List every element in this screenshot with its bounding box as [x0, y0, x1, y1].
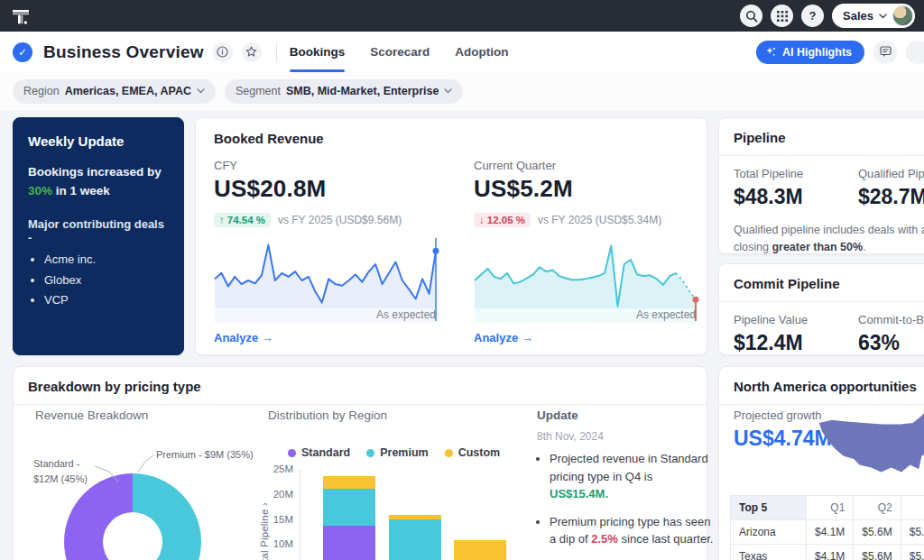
header-q2[interactable]: Q2 [854, 496, 901, 520]
kpi-current-quarter: Current Quarter US$5.2M ↓12.05 % vs FY 2… [474, 151, 699, 345]
bar-segment-standard[interactable] [323, 526, 375, 560]
weekly-update-title: Weekly Update [28, 133, 169, 149]
star-icon[interactable] [242, 42, 262, 62]
account-label: Sales [843, 9, 873, 23]
table-row: Texas $4.1M $5.6M $5.6M [731, 545, 924, 560]
bar-segment-custom[interactable] [323, 476, 375, 488]
thoughtspot-logo-icon[interactable] [9, 5, 32, 28]
bar-segment-premium[interactable] [323, 489, 375, 526]
filter-segment-value: SMB, Mid-Market, Enterprise [286, 85, 439, 97]
legend-dot-premium [366, 449, 374, 457]
divider [276, 42, 277, 62]
weekly-update-headline: Bookings increased by 30% in 1 week [28, 163, 169, 201]
top5-table: Top 5 Q1 Q2 Q3 Arizona $4.1M $5.6M $5.6M… [730, 495, 924, 560]
filter-segment-name: Segment [236, 85, 281, 97]
pricing-breakdown-card: Breakdown by pricing type Revenue Breakd… [13, 366, 707, 560]
ai-highlights-label: AI Highlights [782, 46, 852, 59]
chevron-down-icon [197, 88, 205, 94]
donut-label-standard: Standard - $12M (45%) [33, 456, 88, 486]
table-header-row: Top 5 Q1 Q2 Q3 [731, 496, 924, 520]
chevron-down-icon [879, 14, 887, 19]
help-icon[interactable]: ? [801, 5, 824, 27]
page-title: Business Overview [43, 42, 204, 62]
commit-pipeline-title: Commit Pipeline [734, 276, 840, 291]
header-q3[interactable]: Q3 [901, 496, 924, 520]
highlight-red: 2.5% [591, 532, 618, 546]
apps-grid-icon[interactable] [771, 5, 793, 27]
quarter-sparkline-chart[interactable]: As expected [474, 236, 699, 323]
update-bullets: Projected revenue in Standard pricing ty… [537, 450, 714, 560]
stacked-bar[interactable] [323, 476, 375, 560]
highlight-green: US$15.4M. [550, 487, 608, 500]
kpi-label: Current Quarter [474, 159, 699, 172]
us-map[interactable] [815, 401, 924, 495]
tab-bookings[interactable]: Bookings [290, 32, 346, 72]
stacked-bar[interactable] [454, 540, 506, 560]
pipeline-title: Pipeline [734, 130, 786, 145]
revenue-donut-chart[interactable] [64, 473, 201, 560]
bar-segment-custom[interactable] [389, 515, 441, 519]
kpi-label: CFY [214, 159, 439, 172]
qualified-pipeline-metric: Qualified Pipeline $28.7M [858, 167, 924, 209]
legend-dot-standard [288, 449, 296, 457]
pipeline-value-metric: Pipeline Value $12.4M [734, 313, 858, 355]
ytick-20m: 20M [264, 489, 293, 500]
info-icon[interactable] [213, 42, 233, 62]
bar-segment-custom[interactable] [454, 540, 506, 560]
sparkle-icon [765, 46, 777, 58]
tab-scorecard[interactable]: Scorecard [370, 32, 430, 72]
north-america-card: North America opportunities Projected gr… [718, 366, 924, 560]
filter-region-value: Americas, EMEA, APAC [65, 85, 191, 97]
filter-segment[interactable]: Segment SMB, Mid-Market, Enterprise [225, 79, 464, 104]
search-icon[interactable] [740, 5, 762, 27]
table-row: Arizona $4.1M $5.6M $5.6M [731, 520, 924, 545]
region-bars-chart[interactable] [300, 468, 525, 560]
update-bullet: Premium pricing type has seen a dip of 2… [550, 513, 714, 548]
status-annotation: As expected [636, 308, 696, 321]
arrow-down-icon: ↓ [479, 215, 485, 225]
kpi-value: US$20.8M [214, 175, 439, 203]
pipeline-note: Qualified pipeline includes deals with a… [719, 209, 924, 256]
delta-badge: ↓12.05 % [474, 213, 531, 227]
pipeline-card: Pipeline Total Pipeline $48.3M Qualified… [718, 117, 924, 254]
deal-item: Globex [44, 271, 169, 291]
comment-icon[interactable] [873, 41, 897, 64]
filter-bar: Region Americas, EMEA, APAC Segment SMB,… [0, 72, 924, 110]
filter-region[interactable]: Region Americas, EMEA, APAC [13, 79, 216, 104]
legend-dot-custom [445, 449, 453, 457]
breakdown-title: Breakdown by pricing type [28, 379, 201, 394]
deal-item: Acme inc. [44, 250, 169, 271]
account-switcher[interactable]: Sales [832, 4, 915, 28]
analyze-link[interactable]: Analyze → [474, 331, 533, 344]
ai-highlights-button[interactable]: AI Highlights [756, 41, 864, 64]
bar-chart-legend: Standard Premium Custom [288, 446, 500, 459]
dashboard-content: Weekly Update Bookings increased by 30% … [0, 110, 924, 560]
booked-revenue-card: Booked Revenue CFY US$20.8M ↑74.54 % vs … [195, 117, 707, 355]
bar-segment-premium[interactable] [389, 519, 441, 560]
ytick-25m: 25M [264, 464, 293, 474]
stacked-bar[interactable] [389, 515, 441, 560]
commit-pipeline-card: Commit Pipeline Pipeline Value $12.4M Co… [718, 263, 924, 355]
delta-badge: ↑74.54 % [214, 213, 271, 227]
liveboard-tabs: Bookings Scorecard Adoption [290, 32, 509, 72]
verified-badge-icon: ✓ [13, 42, 32, 62]
cfy-sparkline-chart[interactable]: As expected [214, 236, 439, 323]
commit-to-book-metric: Commit-to-Book 63% [858, 313, 924, 355]
page-header: ✓ Business Overview Bookings Scorecard A… [0, 32, 924, 72]
deals-list: Acme inc. Globex VCP [44, 250, 169, 311]
total-pipeline-metric: Total Pipeline $48.3M [734, 167, 858, 209]
header-q1[interactable]: Q1 [807, 496, 854, 520]
overflow-button-partial[interactable] [906, 41, 924, 64]
header-top5[interactable]: Top 5 [731, 496, 807, 520]
distribution-by-region-subtitle: Distribution by Region [268, 409, 387, 422]
analyze-link[interactable]: Analyze → [214, 331, 273, 344]
status-annotation: As expected [376, 308, 436, 321]
tab-adoption[interactable]: Adoption [455, 32, 508, 72]
user-avatar[interactable] [892, 5, 913, 26]
revenue-breakdown-subtitle: Revenue Breakdown [35, 409, 148, 422]
top-app-bar: ? Sales [0, 0, 924, 32]
y-axis-label[interactable]: Total Pipeline › [259, 502, 270, 560]
donut-label-premium: Premium - $9M (35%) [156, 447, 254, 463]
update-subtitle: Update [537, 409, 578, 422]
north-america-title: North America opportunities [734, 379, 917, 394]
